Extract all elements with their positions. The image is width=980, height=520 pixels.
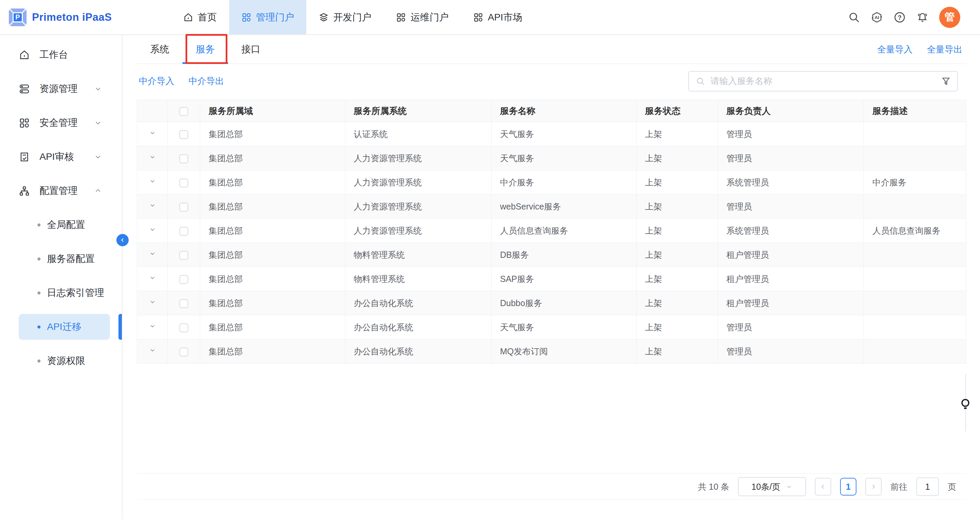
sidebar-subitem-server-config[interactable]: 服务器配置 — [0, 242, 122, 276]
cell-domain: 集团总部 — [200, 195, 345, 219]
row-checkbox[interactable] — [180, 179, 188, 187]
cell-description — [864, 315, 966, 339]
sidebar-item-config[interactable]: 配置管理 — [0, 174, 122, 208]
row-expand-icon[interactable] — [137, 225, 167, 234]
bullet-icon — [37, 325, 40, 328]
row-checkbox[interactable] — [180, 130, 188, 139]
table-row: 集团总部 办公自动化系统 MQ发布订阅 上架 管理员 — [137, 339, 966, 363]
sidebar-subitem-log-index[interactable]: 日志索引管理 — [0, 276, 122, 310]
grid-icon — [19, 117, 30, 128]
chevron-down-icon — [94, 153, 102, 161]
row-expand-icon[interactable] — [137, 250, 167, 258]
page-1-button[interactable]: 1 — [840, 478, 856, 496]
nav-item-api-market[interactable]: API市场 — [461, 0, 535, 34]
grid-icon — [241, 12, 251, 22]
cell-domain: 集团总部 — [200, 315, 345, 339]
tab-service[interactable]: 服务 — [183, 35, 228, 63]
sidebar-subitem-label: 全局配置 — [47, 218, 85, 231]
sidebar-subitem-label: 服务器配置 — [47, 252, 95, 265]
row-expand-icon[interactable] — [137, 201, 167, 209]
table-row: 集团总部 物料管理系统 DB服务 上架 租户管理员 — [137, 243, 966, 267]
nav-item-ops-portal[interactable]: 运维门户 — [383, 0, 461, 34]
nav-item-dev-portal[interactable]: 开发门户 — [306, 0, 383, 34]
sidebar-item-security[interactable]: 安全管理 — [0, 106, 122, 140]
row-expand-icon[interactable] — [137, 298, 167, 306]
mediator-import-link[interactable]: 中介导入 — [139, 75, 174, 87]
cell-owner: 管理员 — [718, 146, 864, 170]
cell-system: 人力资源管理系统 — [345, 219, 492, 243]
full-export-link[interactable]: 全量导出 — [927, 44, 962, 55]
sidebar-item-workbench[interactable]: 工作台 — [0, 38, 122, 72]
row-expand-icon[interactable] — [137, 177, 167, 185]
full-import-link[interactable]: 全量导入 — [877, 44, 913, 55]
goto-label: 前往 — [891, 481, 907, 493]
sidebar-collapse-button[interactable] — [116, 234, 129, 246]
nav-item-admin-portal[interactable]: 管理门户 — [229, 0, 306, 34]
col-select — [168, 100, 200, 122]
filter-funnel-icon[interactable] — [941, 76, 951, 86]
cell-status: 上架 — [636, 146, 718, 170]
col-service-name: 服务名称 — [492, 100, 636, 122]
row-expand-icon[interactable] — [137, 346, 167, 354]
cell-description — [864, 146, 966, 170]
goto-page-input[interactable] — [916, 477, 939, 496]
select-all-checkbox[interactable] — [180, 107, 188, 116]
tab-label: 服务 — [196, 43, 215, 56]
cell-owner: 系统管理员 — [718, 219, 864, 243]
row-checkbox[interactable] — [180, 251, 188, 260]
row-expand-icon[interactable] — [137, 322, 167, 330]
page-size-select[interactable]: 10条/页 — [738, 477, 806, 496]
ai-assistant-icon[interactable]: AI — [871, 11, 883, 24]
home-icon — [183, 12, 193, 22]
sidebar-item-resources[interactable]: 资源管理 — [0, 72, 122, 106]
row-checkbox[interactable] — [180, 347, 188, 357]
cell-domain: 集团总部 — [200, 122, 345, 146]
row-checkbox[interactable] — [180, 323, 188, 332]
col-domain: 服务所属域 — [200, 100, 345, 122]
user-avatar[interactable]: 管 — [939, 7, 960, 28]
tab-interface[interactable]: 接口 — [228, 35, 274, 63]
row-checkbox[interactable] — [180, 299, 188, 308]
row-expand-icon[interactable] — [137, 274, 167, 282]
next-page-button[interactable] — [865, 478, 881, 496]
pagination-total: 共 10 条 — [698, 481, 729, 493]
sidebar-subitem-api-migration[interactable]: API迁移 — [0, 310, 122, 344]
prev-page-button[interactable] — [815, 478, 831, 496]
row-checkbox[interactable] — [180, 203, 188, 212]
col-owner: 服务负责人 — [718, 100, 864, 122]
cell-owner: 系统管理员 — [718, 170, 864, 195]
help-icon[interactable]: ? — [894, 11, 906, 24]
brand: P Primeton iPaaS — [0, 0, 123, 34]
row-expand-icon[interactable] — [137, 153, 167, 161]
lightbulb-icon[interactable] — [959, 398, 972, 411]
tab-actions: 全量导入 全量导出 — [877, 35, 966, 63]
row-checkbox[interactable] — [180, 275, 188, 284]
tab-system[interactable]: 系统 — [137, 35, 183, 63]
cell-service-name: 天气服务 — [492, 146, 636, 170]
toolbar-links: 中介导入 中介导出 — [137, 75, 224, 87]
cell-service-name: SAP服务 — [492, 267, 636, 291]
table-row: 集团总部 认证系统 天气服务 上架 管理员 — [137, 122, 966, 146]
cell-service-name: 天气服务 — [492, 315, 636, 339]
row-expand-icon[interactable] — [137, 129, 167, 137]
server-stack-icon — [19, 83, 30, 95]
mediator-export-link[interactable]: 中介导出 — [189, 75, 224, 87]
sidebar-subitem-global-config[interactable]: 全局配置 — [0, 208, 122, 242]
cell-status: 上架 — [636, 170, 718, 195]
notification-bell-icon[interactable] — [916, 11, 929, 24]
nav-item-home[interactable]: 首页 — [171, 0, 229, 34]
sidebar-subitem-resource-perms[interactable]: 资源权限 — [0, 344, 122, 378]
row-checkbox[interactable] — [180, 227, 188, 236]
nav-item-label: API市场 — [488, 11, 522, 24]
cell-status: 上架 — [636, 291, 718, 315]
cell-description: 中介服务 — [864, 170, 966, 195]
cell-service-name: DB服务 — [492, 243, 636, 267]
row-checkbox[interactable] — [180, 154, 188, 163]
cell-domain: 集团总部 — [200, 243, 345, 267]
service-search-box — [688, 71, 958, 92]
table-row: 集团总部 人力资源管理系统 中介服务 上架 系统管理员 中介服务 — [137, 170, 966, 195]
top-navigation: 首页 管理门户 开发门户 运维门户 — [171, 0, 535, 34]
sidebar-item-api-review[interactable]: API审核 — [0, 140, 122, 174]
service-search-input[interactable] — [710, 76, 941, 86]
search-icon[interactable] — [848, 11, 860, 24]
